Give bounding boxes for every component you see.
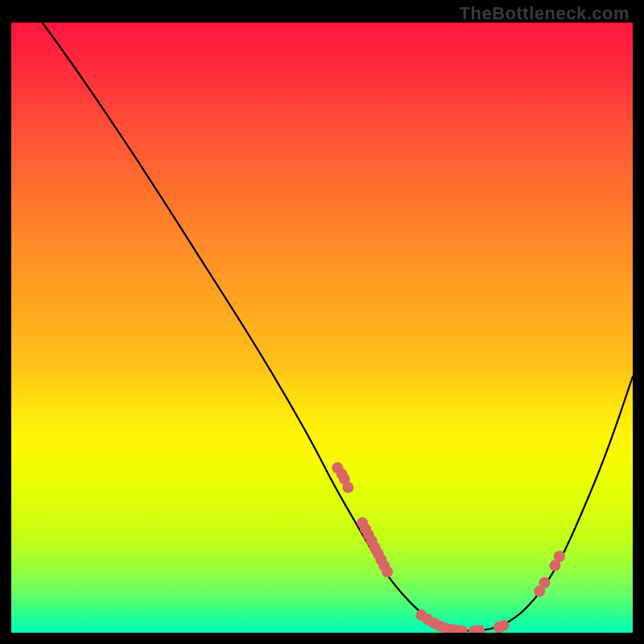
chart-svg [11,23,633,633]
scatter-points [332,462,565,633]
data-point [342,482,353,493]
watermark-text: TheBottleneck.com [460,3,630,24]
plot-area [11,23,633,633]
data-point [539,577,550,588]
data-point [497,620,509,631]
data-point [382,566,393,577]
bottleneck-curve [43,23,633,631]
data-point [554,551,565,562]
